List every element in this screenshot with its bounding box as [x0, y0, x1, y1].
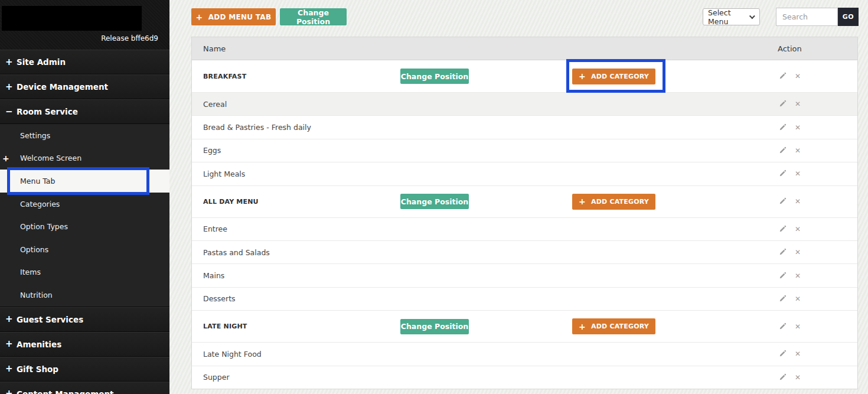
delete-x-icon[interactable]: ✕ — [795, 198, 801, 205]
delete-x-icon[interactable]: ✕ — [795, 73, 801, 80]
expand-plus-icon: + — [5, 83, 16, 92]
delete-x-icon[interactable]: ✕ — [795, 147, 801, 154]
sidebar-item-amenities[interactable]: + Amenities — [0, 332, 169, 357]
row-name: LATE NIGHT — [192, 323, 247, 330]
delete-x-icon[interactable]: ✕ — [795, 272, 801, 279]
row-name: Bread & Pastries - Fresh daily — [192, 123, 311, 132]
row-name: Mains — [192, 271, 224, 280]
delete-x-icon[interactable]: ✕ — [795, 249, 801, 256]
row-actions: ✕ — [779, 373, 801, 382]
edit-pencil-icon[interactable] — [779, 248, 787, 256]
sidebar-item-menu-tab[interactable]: Menu Tab — [0, 170, 169, 193]
row-actions: ✕ — [779, 248, 801, 256]
delete-x-icon[interactable]: ✕ — [795, 350, 801, 357]
change-position-button[interactable]: Change Position — [280, 8, 347, 25]
edit-pencil-icon[interactable] — [779, 272, 787, 280]
sidebar-item-guest-services[interactable]: + Guest Services — [0, 307, 169, 332]
row-actions: ✕ — [779, 272, 801, 280]
go-button[interactable]: GO — [838, 8, 859, 26]
row-name: Light Meals — [192, 170, 245, 178]
edit-pencil-icon[interactable] — [779, 146, 787, 155]
sidebar-item-options[interactable]: Options — [0, 238, 169, 261]
delete-x-icon[interactable]: ✕ — [795, 295, 801, 302]
table-row-entree: Entree ✕ — [192, 217, 857, 240]
expand-plus-icon: + — [5, 315, 16, 324]
select-menu-dropdown[interactable]: Select Menu — [703, 8, 760, 25]
edit-pencil-icon[interactable] — [779, 100, 787, 108]
add-category-label: ADD CATEGORY — [591, 198, 649, 206]
chevron-down-icon — [749, 13, 755, 19]
delete-x-icon[interactable]: ✕ — [795, 374, 801, 381]
delete-x-icon[interactable]: ✕ — [795, 170, 801, 177]
plus-icon: + — [196, 12, 203, 22]
change-position-button[interactable]: Change Position — [400, 69, 469, 84]
sidebar-subitem-label: Menu Tab — [20, 177, 55, 185]
edit-pencil-icon[interactable] — [779, 170, 787, 178]
table-row-late-night: LATE NIGHT Change Position + ADD CATEGOR… — [192, 310, 857, 342]
row-actions: ✕ — [779, 197, 801, 206]
sidebar-item-gift-shop[interactable]: + Gift Shop — [0, 357, 169, 382]
table-row-eggs: Eggs ✕ — [192, 139, 857, 162]
sidebar-item-items[interactable]: Items — [0, 261, 169, 284]
sidebar-item-categories[interactable]: Categories — [0, 193, 169, 216]
sidebar-item-settings[interactable]: Settings — [0, 124, 169, 147]
add-category-label: ADD CATEGORY — [591, 323, 649, 330]
collapse-minus-icon: − — [5, 108, 16, 116]
sidebar-item-label: Gift Shop — [17, 364, 58, 374]
row-actions: ✕ — [779, 225, 801, 233]
room-service-submenu: Settings + Welcome Screen Menu Tab Categ… — [0, 124, 169, 307]
row-actions: ✕ — [779, 100, 801, 108]
edit-pencil-icon[interactable] — [779, 295, 787, 303]
release-version-label: Release bffe6d9 — [101, 34, 158, 43]
sidebar-item-content-management[interactable]: + Content Management — [0, 382, 169, 394]
edit-pencil-icon[interactable] — [779, 373, 787, 382]
row-actions: ✕ — [779, 170, 801, 178]
expand-plus-icon: + — [5, 364, 16, 373]
sidebar-item-device-management[interactable]: + Device Management — [0, 74, 169, 99]
add-category-button[interactable]: + ADD CATEGORY — [572, 318, 655, 334]
main-content: + ADD MENU TAB Change Position Select Me… — [169, 0, 868, 394]
name-column-header: Name — [192, 44, 226, 53]
row-actions: ✕ — [779, 323, 801, 331]
edit-pencil-icon[interactable] — [779, 123, 787, 132]
add-menu-tab-button[interactable]: + ADD MENU TAB — [191, 8, 276, 25]
delete-x-icon[interactable]: ✕ — [795, 226, 801, 233]
add-category-button[interactable]: + ADD CATEGORY — [572, 69, 655, 84]
sidebar-item-welcome-screen[interactable]: + Welcome Screen — [0, 147, 169, 170]
sidebar-item-label: Guest Services — [17, 315, 83, 324]
edit-pencil-icon[interactable] — [779, 350, 787, 358]
row-actions: ✕ — [779, 123, 801, 132]
sidebar: Release bffe6d9 + Site Admin + Device Ma… — [0, 0, 169, 394]
sidebar-item-site-admin[interactable]: + Site Admin — [0, 50, 169, 74]
edit-pencil-icon[interactable] — [779, 197, 787, 206]
table-header-row: Name Action — [192, 37, 857, 60]
sidebar-item-option-types[interactable]: Option Types — [0, 215, 169, 238]
sidebar-item-label: Amenities — [17, 340, 61, 349]
sidebar-item-label: Device Management — [17, 82, 108, 92]
sidebar-subitem-label: Items — [20, 268, 41, 276]
expand-plus-icon: + — [5, 58, 16, 67]
expand-plus-icon: + — [5, 389, 16, 394]
row-name: BREAKFAST — [192, 73, 246, 80]
edit-pencil-icon[interactable] — [779, 323, 787, 331]
table-row-supper: Supper ✕ — [192, 366, 857, 389]
search-input[interactable] — [776, 8, 838, 26]
add-category-button[interactable]: + ADD CATEGORY — [572, 194, 655, 210]
row-name: Eggs — [192, 146, 221, 155]
action-column-header: Action — [778, 44, 802, 53]
delete-x-icon[interactable]: ✕ — [795, 323, 801, 330]
edit-pencil-icon[interactable] — [779, 72, 787, 80]
row-name: Entree — [192, 224, 227, 233]
table-row-all-day-menu: ALL DAY MENU Change Position + ADD CATEG… — [192, 185, 857, 217]
delete-x-icon[interactable]: ✕ — [795, 100, 801, 108]
change-position-button[interactable]: Change Position — [400, 194, 469, 209]
table-row-breakfast: BREAKFAST Change Position + ADD CATEGORY… — [192, 60, 857, 92]
sidebar-item-room-service[interactable]: − Room Service — [0, 99, 169, 124]
row-actions: ✕ — [779, 146, 801, 155]
row-actions: ✕ — [779, 72, 801, 80]
table-row-bread-pastries-fresh-daily: Bread & Pastries - Fresh daily ✕ — [192, 115, 857, 138]
edit-pencil-icon[interactable] — [779, 225, 787, 233]
delete-x-icon[interactable]: ✕ — [795, 124, 801, 131]
sidebar-item-nutrition[interactable]: Nutrition — [0, 284, 169, 307]
change-position-button[interactable]: Change Position — [400, 319, 469, 334]
